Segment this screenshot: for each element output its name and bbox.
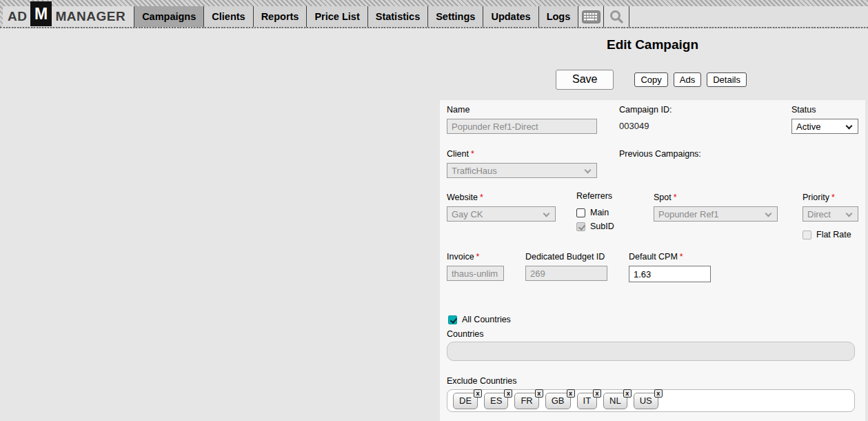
main-checkbox-label: Main xyxy=(590,208,609,217)
country-code: US xyxy=(640,395,652,406)
flat-rate-label: Flat Rate xyxy=(816,230,851,239)
tab-settings[interactable]: Settings xyxy=(427,6,483,27)
remove-country-icon[interactable]: x xyxy=(593,389,601,398)
priority-select[interactable]: Direct xyxy=(803,206,858,222)
priority-label: Priority* xyxy=(803,193,858,202)
keyboard-button[interactable] xyxy=(578,6,604,27)
copy-button[interactable]: Copy xyxy=(634,72,667,87)
country-tag-nl[interactable]: NLx xyxy=(603,393,627,409)
tab-clients[interactable]: Clients xyxy=(203,6,252,27)
country-tag-de[interactable]: DEx xyxy=(453,393,478,409)
country-tag-it[interactable]: ITx xyxy=(577,393,598,409)
country-code: FR xyxy=(521,395,532,406)
status-value: Active xyxy=(796,121,820,132)
logo-prefix: AD xyxy=(8,9,27,24)
website-value: Gay CK xyxy=(452,209,483,219)
country-code: GB xyxy=(552,395,565,406)
required-mark: * xyxy=(471,149,474,159)
remove-country-icon[interactable]: x xyxy=(474,389,482,398)
referrers-label: Referrers xyxy=(576,191,614,201)
name-input[interactable] xyxy=(447,119,597,134)
website-select[interactable]: Gay CK xyxy=(447,206,556,222)
status-label: Status xyxy=(791,105,858,115)
tab-reports[interactable]: Reports xyxy=(253,6,307,27)
website-label: Website* xyxy=(447,193,556,202)
client-label: Client* xyxy=(447,149,597,159)
all-countries-label: All Countries xyxy=(462,315,511,324)
logo-m-icon: M xyxy=(30,1,52,26)
remove-country-icon[interactable]: x xyxy=(535,389,543,398)
country-code: IT xyxy=(583,395,592,406)
all-countries-checkbox[interactable] xyxy=(448,315,457,324)
remove-country-icon[interactable]: x xyxy=(623,389,632,398)
budget-id-label: Dedicated Budget ID xyxy=(525,252,607,262)
invoice-label: Invoice* xyxy=(447,252,504,262)
priority-value: Direct xyxy=(807,209,831,219)
client-value: TrafficHaus xyxy=(452,166,497,176)
tab-updates[interactable]: Updates xyxy=(483,6,538,27)
tab-price-list[interactable]: Price List xyxy=(306,6,367,27)
country-code: NL xyxy=(609,395,621,406)
default-cpm-label: Default CPM* xyxy=(629,252,711,262)
name-label: Name xyxy=(447,105,597,115)
remove-country-icon[interactable]: x xyxy=(654,389,663,398)
remove-country-icon[interactable]: x xyxy=(504,389,512,398)
country-tag-us[interactable]: USx xyxy=(634,393,658,409)
previous-campaigns-label: Previous Campaigns: xyxy=(619,149,701,159)
required-mark: * xyxy=(476,252,480,262)
spot-label: Spot* xyxy=(654,193,778,202)
save-button[interactable]: Save xyxy=(556,70,614,90)
page-title: Edit Campaign xyxy=(440,37,865,52)
details-button[interactable]: Details xyxy=(707,72,747,87)
chevron-down-icon xyxy=(846,210,853,217)
budget-id-input[interactable] xyxy=(525,266,607,281)
chevron-down-icon xyxy=(846,123,853,130)
ads-button[interactable]: Ads xyxy=(674,72,701,87)
campaign-id-label: Campaign ID: xyxy=(619,105,672,115)
main-checkbox[interactable] xyxy=(576,208,585,217)
country-tag-es[interactable]: ESx xyxy=(484,393,508,409)
subid-checkbox xyxy=(576,222,585,231)
country-code: DE xyxy=(459,395,472,406)
edit-campaign-form: Name Campaign ID: 003049 Status Active C… xyxy=(440,100,865,421)
country-tag-fr[interactable]: FRx xyxy=(514,393,538,409)
zoom-icon xyxy=(609,9,624,24)
exclude-countries-box[interactable]: DExESxFRxGBxITxNLxUSx xyxy=(447,389,855,412)
default-cpm-input[interactable] xyxy=(629,266,711,282)
client-select[interactable]: TrafficHaus xyxy=(447,163,597,178)
logo-suffix: MANAGER xyxy=(55,9,125,24)
remove-country-icon[interactable]: x xyxy=(567,389,575,398)
chevron-down-icon xyxy=(585,167,592,174)
keyboard-icon xyxy=(582,10,600,23)
required-mark: * xyxy=(480,193,483,202)
status-select[interactable]: Active xyxy=(791,119,858,134)
countries-input xyxy=(447,342,855,361)
spot-value: Popunder Ref1 xyxy=(658,209,718,219)
app-logo: AD M MANAGER xyxy=(3,6,134,27)
invoice-input[interactable] xyxy=(447,266,504,281)
spot-select[interactable]: Popunder Ref1 xyxy=(654,206,778,222)
required-mark: * xyxy=(674,193,677,202)
zoom-button[interactable] xyxy=(604,6,629,27)
flat-rate-checkbox xyxy=(803,231,811,239)
chevron-down-icon xyxy=(543,210,550,217)
nav-tabs: CampaignsClientsReportsPrice ListStatist… xyxy=(134,6,578,27)
campaign-id-value: 003049 xyxy=(619,121,672,131)
exclude-countries-label: Exclude Countries xyxy=(447,376,516,386)
chevron-down-icon xyxy=(765,210,772,217)
tab-statistics[interactable]: Statistics xyxy=(367,6,427,27)
countries-label: Countries xyxy=(447,329,484,339)
tab-logs[interactable]: Logs xyxy=(538,6,579,27)
tab-campaigns[interactable]: Campaigns xyxy=(134,6,203,27)
required-mark: * xyxy=(831,193,835,202)
required-mark: * xyxy=(680,252,683,262)
subid-checkbox-label: SubID xyxy=(590,222,614,231)
top-nav-bar: AD M MANAGER CampaignsClientsReportsPric… xyxy=(0,0,868,28)
country-code: ES xyxy=(490,395,502,406)
country-tag-gb[interactable]: GBx xyxy=(545,393,571,409)
